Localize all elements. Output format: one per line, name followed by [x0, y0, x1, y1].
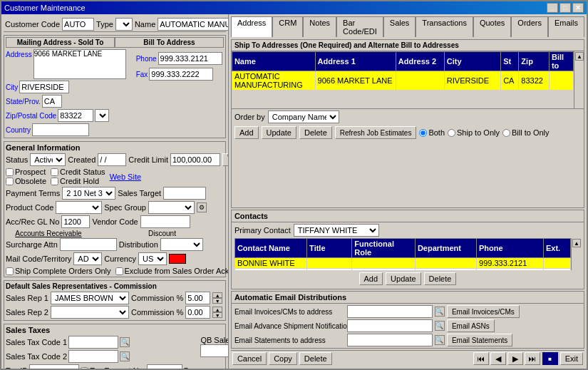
invoices-search[interactable]: 🔍 — [435, 307, 445, 317]
tab-address[interactable]: Address — [231, 16, 272, 37]
surcharge-attn-input[interactable] — [60, 238, 117, 251]
statements-btn[interactable]: Email Statements — [447, 334, 512, 346]
distribution-select[interactable] — [160, 238, 203, 251]
advance-search[interactable]: 🔍 — [435, 321, 445, 331]
contact-title-1 — [307, 258, 352, 269]
status-select[interactable]: Active — [30, 153, 66, 166]
commission1-up[interactable]: ▲ — [212, 292, 222, 298]
qb-input[interactable] — [200, 344, 228, 357]
tax-code1-input[interactable] — [68, 336, 118, 349]
tax-code2-input[interactable] — [68, 350, 118, 363]
tax-exempt-input[interactable] — [147, 364, 182, 369]
accrec-gl-input[interactable] — [61, 215, 90, 228]
exit-button[interactable]: Exit — [560, 352, 583, 365]
tab-notes[interactable]: Notes — [303, 16, 336, 37]
credit-limit-input[interactable] — [170, 153, 220, 166]
prospect-checkbox[interactable] — [6, 168, 14, 176]
contacts-scroll-up[interactable]: ▲ — [572, 239, 581, 247]
zip-input[interactable] — [58, 109, 93, 122]
city-input[interactable] — [19, 81, 69, 93]
statements-search[interactable]: 🔍 — [435, 335, 445, 345]
company-name-input[interactable] — [158, 18, 228, 31]
asn-btn[interactable]: Email ASNs — [447, 319, 495, 332]
zip-select[interactable]: ▼ — [95, 109, 109, 122]
contact-update-button[interactable]: Update — [386, 272, 421, 285]
sales-target-input[interactable] — [163, 187, 206, 200]
exclude-so-checkbox[interactable] — [115, 267, 123, 275]
scroll-up[interactable]: ▲ — [575, 52, 584, 61]
maximize-button[interactable]: □ — [559, 3, 571, 13]
nav-last[interactable]: ⏭ — [525, 352, 540, 365]
tab-emails[interactable]: Emails — [548, 16, 584, 37]
payment-terms-select[interactable]: 2 10 Net 30 — [62, 187, 115, 200]
rep2-select[interactable] — [51, 306, 129, 319]
tab-barcode[interactable]: Bar Code/EDI — [336, 16, 383, 37]
commission1-down[interactable]: ▼ — [212, 298, 222, 304]
delete-button[interactable]: Delete — [299, 352, 332, 365]
ship-scrollbar[interactable]: ▲ ▼ — [574, 51, 584, 108]
mailing-tab[interactable]: Mailing Address - Sold To — [6, 37, 115, 48]
product-code-select[interactable] — [56, 201, 102, 214]
radio-both[interactable] — [419, 129, 427, 137]
commission2-down[interactable]: ▼ — [212, 312, 222, 318]
created-input[interactable] — [98, 153, 126, 166]
radio-bill-only[interactable] — [502, 129, 510, 137]
vendor-code-input[interactable] — [140, 215, 190, 228]
tab-sales[interactable]: Sales — [383, 16, 416, 37]
obsolete-checkbox[interactable] — [6, 178, 14, 185]
ship-update-button[interactable]: Update — [262, 126, 296, 139]
web-site-link[interactable]: Web Site — [110, 173, 141, 181]
contact-add-button[interactable]: Add — [359, 272, 383, 285]
type-select[interactable] — [115, 18, 133, 31]
currency-select[interactable]: USD — [138, 252, 167, 265]
contact-delete-button[interactable]: Delete — [424, 272, 457, 285]
table-row[interactable]: AUTOMATIC MANUFACTURING 9066 MARKET LANE… — [232, 71, 573, 91]
advance-email-input[interactable] — [347, 319, 433, 332]
tab-transactions[interactable]: Transactions — [416, 16, 473, 37]
order-by-select[interactable]: Company Name — [268, 111, 339, 123]
commission2-up[interactable]: ▲ — [212, 307, 222, 312]
tab-quotes[interactable]: Quotes — [473, 16, 511, 37]
tax-id-input[interactable] — [29, 364, 79, 369]
tax-code2-search[interactable]: 🔍 — [120, 351, 130, 361]
cancel-button[interactable]: Cancel — [232, 352, 267, 365]
phone-input[interactable] — [158, 52, 222, 65]
tab-orders[interactable]: Orders — [511, 16, 548, 37]
primary-contact-select[interactable]: TIFFANY WHITE — [294, 224, 379, 237]
statements-email-input[interactable] — [347, 334, 433, 346]
spec-group-select[interactable] — [148, 201, 195, 214]
fax-input[interactable] — [149, 68, 213, 81]
minimize-button[interactable]: _ — [547, 3, 558, 13]
custom-forms-button[interactable]: Custom Forms — [222, 153, 228, 166]
tab-crm[interactable]: CRM — [272, 16, 303, 37]
tax-exempt-checkbox[interactable] — [81, 367, 88, 369]
radio-ship-only[interactable] — [448, 129, 455, 137]
address-textarea[interactable]: 9066 MARKET LANE — [33, 49, 126, 79]
ship-complete-checkbox[interactable] — [6, 267, 14, 275]
nav-first[interactable]: ⏮ — [473, 352, 489, 365]
rep1-select[interactable]: JAMES BROWN — [51, 292, 129, 304]
mail-territory-select[interactable]: ADF — [73, 252, 102, 265]
copy-button[interactable]: Copy — [269, 352, 297, 365]
commission1-input[interactable] — [185, 292, 210, 304]
tax-code1-search[interactable]: 🔍 — [120, 337, 130, 347]
credit-hold-checkbox[interactable] — [51, 178, 58, 185]
credit-status-checkbox[interactable] — [51, 168, 58, 176]
contact-row-2[interactable]: TIFFANY WHITE 999.333.2121 — [234, 269, 570, 271]
refresh-button[interactable]: Refresh Job Estimates — [335, 126, 417, 139]
invoices-btn[interactable]: Email Invoices/CMs — [447, 305, 520, 318]
nav-prev[interactable]: ◀ — [490, 352, 506, 365]
ship-delete-button[interactable]: Delete — [299, 126, 332, 139]
contact-row-1[interactable]: BONNIE WHITE 999.333.2121 — [234, 258, 570, 269]
invoices-email-input[interactable] — [347, 305, 433, 318]
commission2-input[interactable] — [185, 306, 210, 319]
ship-add-button[interactable]: Add — [234, 126, 259, 139]
country-input[interactable] — [32, 123, 89, 136]
customer-code-input[interactable] — [62, 18, 94, 31]
contacts-scrollbar[interactable]: ▲ — [571, 238, 581, 270]
nav-next[interactable]: ▶ — [507, 352, 523, 365]
billing-tab[interactable]: Bill To Address — [115, 37, 224, 48]
spec-group-icon[interactable]: ⚙ — [197, 202, 207, 212]
close-button[interactable]: ✕ — [572, 3, 584, 13]
state-input[interactable] — [42, 95, 62, 108]
